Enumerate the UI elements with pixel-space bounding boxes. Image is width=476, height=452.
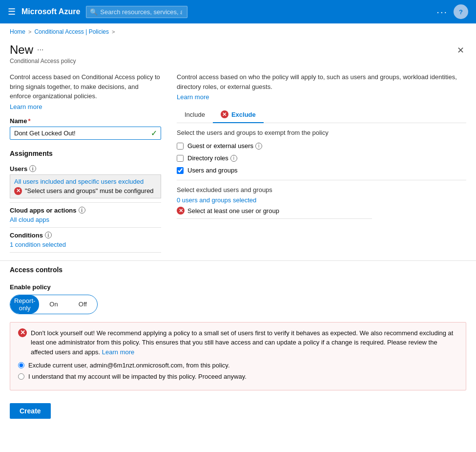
tab-include[interactable]: Include [177, 107, 213, 123]
page-title: New ··· [10, 43, 76, 57]
cloud-apps-assignment: Cloud apps or actions i All cloud apps [10, 203, 161, 228]
search-input[interactable] [86, 6, 187, 18]
cloud-apps-value[interactable]: All cloud apps [10, 216, 161, 223]
page-container: Home > Conditional Access | Policies > N… [0, 23, 476, 452]
warning-learn-more-link[interactable]: Learn more [102, 348, 134, 356]
users-selected-link[interactable]: 0 users and groups selected [177, 196, 256, 204]
warning-text: Don't lock yourself out! We recommend ap… [31, 328, 458, 357]
enable-policy-label: Enable policy [10, 283, 466, 291]
users-groups-checkbox-item: Users and groups [177, 167, 466, 174]
enable-policy-section: Enable policy Report-only On Off [0, 279, 476, 322]
users-header[interactable]: Users i [10, 165, 161, 172]
left-learn-more-link[interactable]: Learn more [10, 103, 42, 110]
page-title-text: New [10, 43, 33, 57]
name-input-wrap: ✓ [10, 127, 161, 140]
conditions-value[interactable]: 1 condition selected [10, 241, 161, 248]
create-button[interactable]: Create [10, 403, 51, 419]
policy-toggle-group: Report-only On Off [10, 295, 98, 314]
radio-proceed-anyway: I understand that my account will be imp… [18, 373, 458, 380]
create-btn-wrap: Create [0, 398, 476, 424]
breadcrumb: Home > Conditional Access | Policies > [0, 23, 476, 38]
title-block: New ··· Conditional Access policy [10, 43, 76, 65]
warning-error-icon: ✕ [18, 328, 27, 337]
directory-checkbox-item: Directory roles i [177, 154, 466, 162]
page-options-button[interactable]: ··· [37, 45, 43, 54]
left-intro-text: Control access based on Conditional Acce… [10, 72, 161, 101]
right-learn-more-link[interactable]: Learn more [177, 93, 209, 101]
conditions-info-icon[interactable]: i [45, 232, 52, 238]
users-included-link[interactable]: All users included and specific users ex… [14, 178, 144, 185]
search-wrap: 🔍 [86, 6, 255, 18]
cloud-apps-header[interactable]: Cloud apps or actions i [10, 207, 161, 214]
access-controls-section: Access controls [0, 260, 476, 279]
users-info-icon[interactable]: i [29, 165, 36, 172]
warning-header: ✕ Don't lock yourself out! We recommend … [18, 328, 458, 357]
right-panel: Control access based on who the policy w… [177, 72, 466, 253]
conditions-header[interactable]: Conditions i [10, 232, 161, 239]
section-divider [177, 180, 466, 180]
cloud-apps-info-icon[interactable]: i [79, 207, 85, 214]
guest-label[interactable]: Guest or external users i [187, 142, 262, 150]
required-indicator: * [28, 117, 30, 125]
breadcrumb-sep2: > [112, 29, 115, 35]
breadcrumb-home[interactable]: Home [10, 28, 25, 35]
access-controls-title: Access controls [10, 266, 466, 274]
topbar: ☰ Microsoft Azure 🔍 ··· ? [0, 0, 476, 23]
validation-error: ✕ Select at least one user or group [177, 207, 466, 215]
selected-label: Select excluded users and groups [177, 186, 466, 194]
radio-proceed-anyway-label[interactable]: I understand that my account will be imp… [28, 373, 247, 380]
toggle-off[interactable]: Off [68, 299, 97, 310]
policy-name-input[interactable] [10, 127, 161, 140]
radio-exclude-user: Exclude current user, admin@6m1nzt.onmic… [18, 362, 458, 369]
users-groups-label[interactable]: Users and groups [187, 167, 238, 174]
users-assignment: Users i All users included and specific … [10, 161, 161, 203]
right-divider [177, 218, 372, 219]
guest-checkbox-item: Guest or external users i [177, 142, 466, 150]
guest-info-icon[interactable]: i [255, 143, 262, 150]
directory-info-icon[interactable]: i [230, 155, 237, 162]
validation-error-text: Select at least one user or group [187, 207, 279, 215]
conditions-assignment: Conditions i 1 condition selected [10, 228, 161, 253]
breadcrumb-policies[interactable]: Conditional Access | Policies [34, 28, 109, 35]
users-error-icon: ✕ [14, 187, 22, 195]
exclude-error-icon: ✕ [221, 110, 228, 118]
guest-checkbox[interactable] [177, 143, 184, 150]
left-panel: Control access based on Conditional Acce… [10, 72, 161, 253]
page-subtitle: Conditional Access policy [10, 58, 76, 65]
users-groups-checkbox[interactable] [177, 167, 184, 174]
directory-checkbox[interactable] [177, 155, 184, 162]
page-header: New ··· Conditional Access policy ✕ [0, 38, 476, 65]
more-options-button[interactable]: ··· [436, 6, 448, 18]
toggle-on[interactable]: On [39, 299, 68, 310]
validation-error-icon: ✕ [177, 207, 185, 215]
tabs: Include ✕ Exclude [177, 107, 466, 123]
radio-proceed-anyway-input[interactable] [18, 373, 24, 380]
name-valid-icon: ✓ [151, 129, 157, 138]
tab-exclude[interactable]: ✕ Exclude [213, 107, 264, 123]
assignments-title: Assignments [10, 150, 161, 157]
radio-exclude-user-label[interactable]: Exclude current user, admin@6m1nzt.onmic… [28, 362, 230, 369]
users-error: ✕ "Select users and groups" must be conf… [14, 187, 157, 195]
warning-box: ✕ Don't lock yourself out! We recommend … [10, 322, 466, 391]
radio-exclude-user-input[interactable] [18, 362, 24, 368]
main-content: Control access based on Conditional Acce… [0, 65, 476, 260]
users-error-text: "Select users and groups" must be config… [25, 187, 154, 194]
app-title: Microsoft Azure [21, 7, 80, 16]
users-box: All users included and specific users ex… [10, 174, 161, 198]
hamburger-icon[interactable]: ☰ [8, 6, 16, 17]
right-intro-text: Control access based on who the policy w… [177, 72, 466, 91]
avatar[interactable]: ? [454, 4, 468, 19]
toggle-report-only[interactable]: Report-only [10, 295, 39, 314]
exempt-text: Select the users and groups to exempt fr… [177, 129, 466, 136]
breadcrumb-sep1: > [28, 29, 31, 35]
close-button[interactable]: ✕ [455, 43, 466, 58]
name-field-label: Name* [10, 117, 161, 125]
directory-label[interactable]: Directory roles i [187, 154, 237, 162]
